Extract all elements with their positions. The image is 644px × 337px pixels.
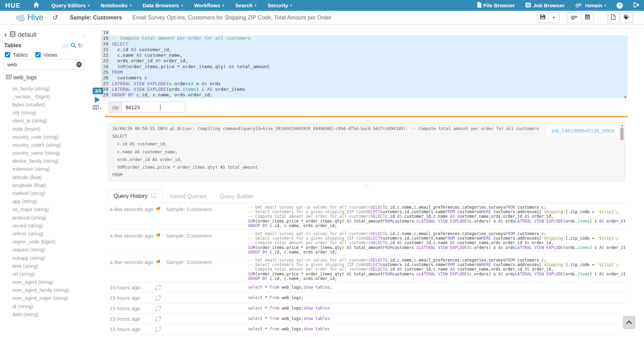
save-options-button[interactable]: ▾ <box>549 13 559 23</box>
tags-button[interactable] <box>620 13 633 23</box>
clear-search-icon[interactable]: × <box>76 62 82 67</box>
nav-menu-workflows[interactable]: Workflows▾ <box>194 2 224 8</box>
log-scrollbar[interactable]: ▴ <box>620 123 624 180</box>
functions-map-button[interactable]: ▾ <box>93 105 102 111</box>
tables-header: Tables (1) ↻ <box>4 42 83 49</box>
history-row[interactable]: 15 hours agoselect * from web_logs;show … <box>108 282 625 293</box>
column-item-request[interactable]: request (string) <box>0 246 88 254</box>
column-item-user_agent_major[interactable]: user_agent_major (string) <box>0 294 88 302</box>
tab-query-history[interactable]: Query History <box>108 189 162 203</box>
hue-logo[interactable]: HUE <box>5 2 21 9</box>
column-item-id[interactable]: id (string) <box>0 302 88 310</box>
save-button[interactable] <box>537 13 549 23</box>
code-line: LATERAL VIEW EXPLODE(ords.items) i AS or… <box>110 87 628 92</box>
column-item-longitude[interactable]: longitude (float) <box>0 181 88 189</box>
scroll-up-arrow-icon[interactable]: ▴ <box>620 123 624 127</box>
column-item-country_code3[interactable]: country_code3 (string) <box>0 141 88 149</box>
history-row[interactable]: 15 hours agoselect * from web_logs;show … <box>108 303 625 314</box>
scroll-to-top-button[interactable] <box>623 316 635 329</box>
history-row[interactable]: 15 hours agoselect * from web_logs; <box>108 293 625 303</box>
column-item-time[interactable]: time (string) <box>0 262 88 270</box>
new-query-button[interactable] <box>608 13 619 23</box>
nav-home-button[interactable] <box>33 2 39 9</box>
history-query-name: Sample: Customers <box>166 259 212 265</box>
editor-scroll-down-icon[interactable]: ▾ <box>624 95 626 99</box>
nav-user-menu[interactable]: ⚙⚙ romain ▾ <box>575 2 606 8</box>
column-item-country_name[interactable]: country_name (string) <box>0 149 88 157</box>
column-item-_version_[interactable]: _version_ (bigint) <box>0 93 88 101</box>
history-row[interactable]: 15 hours agoselect * from web_logs;show … <box>108 314 625 324</box>
column-item-city[interactable]: city (string) <box>0 109 88 117</box>
collapse-sidebar-icon[interactable]: ‹ <box>83 31 85 39</box>
chevron-down-icon: ▾ <box>181 3 183 7</box>
column-item-country_code[interactable]: country_code (string) <box>0 133 88 141</box>
line-number: 26 <box>101 75 110 81</box>
column-item-date[interactable]: date (string) <box>0 310 88 318</box>
nav-job-browser[interactable]: Job Browser <box>525 2 565 9</box>
database-name[interactable]: default <box>18 31 36 39</box>
back-icon[interactable]: ‹ <box>4 31 7 39</box>
table-search-input[interactable] <box>4 62 76 67</box>
logout-button[interactable] <box>633 2 639 9</box>
tab-query-builder[interactable]: Query Builder <box>214 190 259 203</box>
line-number: 22 <box>101 53 110 58</box>
history-row[interactable]: 15 hours agoselect * from web_logs;show … <box>108 324 625 335</box>
app-name[interactable]: Hive <box>27 13 43 22</box>
column-item-device_family[interactable]: device_family (string) <box>0 157 88 165</box>
nav-menu-notebooks[interactable]: Notebooks▾ <box>101 2 132 8</box>
help-button[interactable]: ? <box>617 2 623 9</box>
history-time: 15 hours ago <box>110 284 140 290</box>
column-item-code[interactable]: code (tinyint) <box>0 125 88 133</box>
query-history-icon[interactable]: ↺ <box>52 14 58 22</box>
schedule-button[interactable] <box>582 13 594 23</box>
code-line: SELECT <box>110 41 628 47</box>
sql-editor[interactable]: 181920212223242526272829 -- Compute tota… <box>101 30 628 101</box>
nav-menu-query-editors[interactable]: Query Editors▾ <box>51 2 90 8</box>
nav-menu-data-browsers[interactable]: Data Browsers▾ <box>142 2 183 8</box>
history-row[interactable]: a few seconds agoSample: Customers-- Get… <box>108 256 625 282</box>
home-icon <box>33 2 39 9</box>
history-row[interactable]: a few seconds agoSample: Customers-- Get… <box>108 230 625 256</box>
nav-menu-search[interactable]: Search▾ <box>235 2 256 8</box>
nav-menu-security[interactable]: Security▾ <box>267 2 292 8</box>
settings-button[interactable]: ⚙⚙ <box>567 13 582 23</box>
variable-input[interactable] <box>122 102 185 113</box>
column-item-user_agent[interactable]: user_agent (string) <box>0 278 88 286</box>
history-query-code: -- Get email survey opt-in values for al… <box>248 205 625 228</box>
table-search-box: × <box>3 59 85 70</box>
column-item-user_agent_family[interactable]: user_agent_family (string) <box>0 286 88 294</box>
column-item-subapp[interactable]: subapp (string) <box>0 254 88 262</box>
tab-saved-queries[interactable]: Saved Queries <box>164 190 212 203</box>
views-checkbox[interactable] <box>35 52 41 57</box>
column-item-bytes[interactable]: bytes (smallint) <box>0 101 88 109</box>
column-item-method[interactable]: method (string) <box>0 189 88 197</box>
variable-label: zip <box>109 102 122 113</box>
calendar-x-icon[interactable] <box>151 193 156 200</box>
refresh-icon[interactable]: ↻ <box>78 42 83 49</box>
column-item-app[interactable]: app (string) <box>0 198 88 206</box>
column-item-latitude[interactable]: latitude (float) <box>0 173 88 181</box>
column-item-record[interactable]: record (string) <box>0 222 88 230</box>
editor-toolbar: ▾ ⚙⚙ <box>537 13 644 23</box>
search-icon[interactable] <box>71 42 76 48</box>
column-item-protocol[interactable]: protocol (string) <box>0 214 88 222</box>
scrollbar-thumb[interactable] <box>620 128 624 140</box>
column-item-referer[interactable]: referer (string) <box>0 230 88 238</box>
column-item-os_major[interactable]: os_major (string) <box>0 206 88 214</box>
job-link[interactable]: job_1461888648136_0003 <box>552 128 614 134</box>
column-item-region_code[interactable]: region_code (bigint) <box>0 238 88 246</box>
column-item-extension[interactable]: extension (string) <box>0 165 88 173</box>
map-icon <box>93 105 99 111</box>
code-line: LATERAL VIEW EXPLODE(c.orders) o AS ords <box>110 81 628 87</box>
resize-handle[interactable]: ⋯ <box>363 184 373 187</box>
execute-button[interactable] <box>95 97 100 103</box>
column-item-client_ip[interactable]: client_ip (string) <box>0 117 88 125</box>
resize-handle[interactable]: ⋯ <box>363 119 373 122</box>
table-item-web-logs[interactable]: web_logs <box>6 74 37 81</box>
file-icon <box>477 2 481 9</box>
history-row[interactable]: a few seconds agoSample: Customers-- Get… <box>108 203 625 230</box>
column-item-url[interactable]: url (string) <box>0 270 88 278</box>
column-item-os_family[interactable]: os_family (string) <box>0 85 88 93</box>
nav-file-browser[interactable]: File Browser <box>477 2 515 9</box>
tables-checkbox[interactable] <box>5 52 10 57</box>
